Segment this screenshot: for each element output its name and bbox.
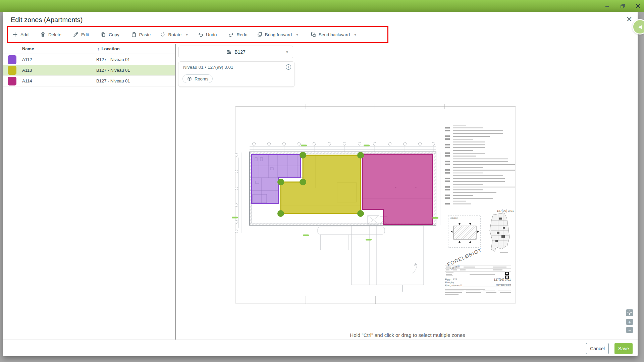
edit-zones-dialog: Edit zones (Apartments) ✕ Add Delete Edi… [3,12,638,356]
table-header: Name ↑ Location [3,44,175,54]
column-header-location[interactable]: ↑ Location [97,46,120,51]
chevron-down-icon[interactable]: ▼ [354,33,357,37]
zone-vertex-handle[interactable] [300,152,306,159]
sheet-code-label: 127(99) 3.01 [497,209,514,213]
rotate-button[interactable]: Rotate ▼ [160,32,189,38]
clipboard-icon [131,32,137,38]
zones-list: A112 B127 - Niveau 01 A113 B127 - Niveau… [3,54,175,86]
zone-vertex-handle[interactable] [300,179,306,185]
zone-vertex-handle[interactable] [357,210,364,217]
zone-color-swatch [8,66,16,75]
restore-icon[interactable] [620,3,625,9]
toolbar-separator [193,30,193,39]
copy-icon [100,32,106,38]
arrow-left-icon: ◄ [637,23,643,31]
titleblock-project: Hovedprojekt [496,283,511,286]
zone-location: B127 - Niveau 01 [96,57,130,62]
chevron-down-icon[interactable]: ▼ [296,33,299,37]
copy-button[interactable]: Copy [100,32,119,38]
dialog-close-icon[interactable]: ✕ [625,15,634,24]
toolbar-highlight-box: Add Delete Edit Copy Paste Rotate ▼ Undo [7,26,388,43]
cancel-button[interactable]: Cancel [586,343,609,354]
pencil-icon [73,32,79,38]
plus-icon [12,32,18,38]
zone-location: B127 - Niveau 01 [96,78,130,83]
chevron-down-icon[interactable]: ▼ [185,33,189,37]
floor-plan-canvas[interactable]: 127(99) 3.01 Lokation [176,44,638,340]
toolbar-separator [155,30,155,39]
zone-name: A114 [22,78,32,83]
bring-forward-icon [257,32,263,38]
add-button[interactable]: Add [12,32,29,38]
column-header-name[interactable]: Name [22,46,34,51]
multiselect-hint: Hold "Ctrl" and click or drag to select … [240,332,575,338]
table-row[interactable]: A113 B127 - Niveau 01 [3,65,175,76]
redo-icon [228,32,234,38]
dialog-title: Edit zones (Apartments) [11,16,83,24]
zone-name: A113 [22,68,32,73]
titleblock-building: Bygn. 127 [445,278,458,281]
zoom-out-button[interactable]: − [626,327,633,333]
trash-icon [40,32,46,38]
sort-asc-icon: ↑ [97,46,100,51]
zone-color-swatch [8,77,16,85]
zone-vertex-handle[interactable] [277,179,284,185]
table-row[interactable]: A112 B127 - Niveau 01 [3,54,175,65]
undo-icon [198,32,204,38]
minimize-icon[interactable] [604,3,610,9]
send-backward-button[interactable]: Send backward ▼ [310,32,357,38]
zone-color-swatch [8,55,16,64]
undo-button[interactable]: Undo [198,32,217,38]
toolbar-separator [252,30,252,39]
edit-button[interactable]: Edit [73,32,89,38]
redo-button[interactable]: Redo [228,32,247,38]
close-window-icon[interactable] [635,3,641,9]
save-button[interactable]: Save [614,343,633,354]
paste-button[interactable]: Paste [131,32,151,38]
zone-vertex-handle[interactable] [357,152,364,159]
os-titlebar [0,0,644,12]
bring-forward-button[interactable]: Bring forward ▼ [257,32,299,38]
titleblock-plan: Plan, niveau 01 [445,284,463,287]
fit-view-icon [627,310,632,315]
titleblock-code: 127(99) 3.01 [494,278,511,281]
zoom-in-button[interactable]: + [626,319,633,325]
footer-divider [3,340,638,340]
zone-vertex-handle[interactable] [277,210,284,217]
rotate-icon [160,32,166,38]
lokation-label: Lokation [450,217,458,219]
delete-button[interactable]: Delete [40,32,61,38]
fit-view-button[interactable] [626,309,633,316]
zone-location: B127 - Niveau 01 [96,68,130,73]
titleblock-site: Røngby [445,281,454,284]
table-row[interactable]: A114 B127 - Niveau 01 [3,76,175,86]
send-backward-icon [310,32,316,38]
zone-name: A112 [22,57,32,62]
